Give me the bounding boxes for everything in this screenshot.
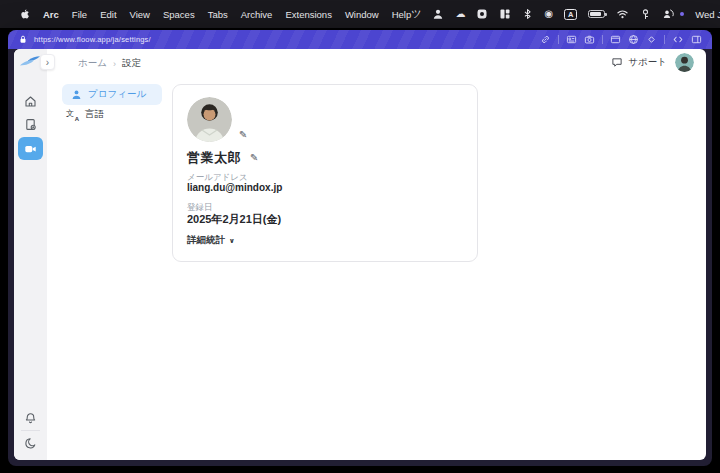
person-icon <box>71 89 82 100</box>
lock-icon <box>18 34 28 45</box>
url-text[interactable]: https://www.floow.app/ja/settings/ <box>34 35 151 44</box>
toolbar-separator <box>602 35 603 44</box>
settings-nav-profile[interactable]: プロフィール <box>62 84 162 105</box>
edit-name-icon[interactable]: ✎ <box>250 153 258 163</box>
app-icon-rail <box>14 49 47 460</box>
boost-icon[interactable] <box>646 34 657 45</box>
support-button[interactable]: サポート <box>611 56 667 69</box>
share-link-icon[interactable] <box>540 34 551 45</box>
bluetooth-icon[interactable] <box>522 7 533 21</box>
chat-bubble-icon <box>611 57 623 68</box>
screen: Arc File Edit View Spaces Tabs Archive E… <box>0 0 720 473</box>
wifi-icon[interactable] <box>616 7 629 21</box>
ime-katakana-icon[interactable]: ツ <box>411 7 421 21</box>
web-content: › ホーム › 設定 サポート <box>14 49 706 460</box>
menu-bar-clock[interactable]: Wed Jun 18 10:27:34 <box>695 9 720 20</box>
breadcrumb-separator-icon: › <box>113 59 116 69</box>
photos-icon[interactable] <box>476 7 488 21</box>
video-nav-active[interactable] <box>18 137 43 160</box>
menu-app-name[interactable]: Arc <box>43 9 59 20</box>
email-value: liang.du@mindox.jp <box>187 182 282 193</box>
url-bar[interactable]: https://www.floow.app/ja/settings/ <box>8 30 712 49</box>
chevron-down-icon: ∨ <box>229 237 235 245</box>
globe-icon[interactable] <box>628 34 639 45</box>
menu-window[interactable]: Window <box>345 9 379 20</box>
profile-name: 営業太郎 <box>187 149 241 167</box>
macos-menu-bar: Arc File Edit View Spaces Tabs Archive E… <box>0 0 720 28</box>
profile-card: ✎ 営業太郎 ✎ メールアドレス liang.du@mindox.jp 登録日 … <box>172 84 478 262</box>
details-stats-toggle[interactable]: 詳細統計 ∨ <box>187 234 235 247</box>
apple-logo-icon[interactable] <box>18 7 30 21</box>
toolbar-separator <box>664 35 665 44</box>
support-label: サポート <box>628 56 667 69</box>
cloud-icon[interactable]: ☁ <box>455 7 465 21</box>
menu-help[interactable]: Help <box>392 9 412 20</box>
menu-tabs[interactable]: Tabs <box>208 9 228 20</box>
contact-card-icon[interactable] <box>566 34 577 45</box>
floow-logo[interactable] <box>19 54 41 69</box>
dark-mode-moon-icon[interactable] <box>24 437 37 450</box>
notification-dot <box>680 12 684 16</box>
user-avatar[interactable] <box>675 53 694 72</box>
toolbar-separator <box>558 35 559 44</box>
key-icon[interactable] <box>640 7 651 21</box>
window-manager-icon[interactable] <box>499 7 511 21</box>
registered-date-value: 2025年2月21日(金) <box>187 212 281 227</box>
home-icon[interactable] <box>24 95 37 108</box>
browser-window: https://www.floow.app/ja/settings/ <box>8 30 712 466</box>
menu-edit[interactable]: Edit <box>100 9 116 20</box>
profile-photo[interactable] <box>187 97 232 142</box>
breadcrumb: ホーム › 設定 <box>78 57 141 70</box>
sidebar-toggle-button[interactable]: › <box>40 54 55 70</box>
translate-icon: 文 A <box>66 109 78 121</box>
menu-spaces[interactable]: Spaces <box>163 9 195 20</box>
breadcrumb-current: 設定 <box>122 57 141 70</box>
chevron-right-icon: › <box>46 57 49 68</box>
language-nav-label: 言語 <box>85 108 104 121</box>
menu-archive[interactable]: Archive <box>241 9 273 20</box>
battery-icon[interactable] <box>588 10 605 19</box>
menu-file[interactable]: File <box>72 9 87 20</box>
camera-icon[interactable] <box>584 34 595 45</box>
user-status-icon[interactable] <box>432 7 444 21</box>
settings-nav-language[interactable]: 文 A 言語 <box>66 108 104 121</box>
input-source-icon[interactable]: A <box>564 9 577 20</box>
code-icon[interactable] <box>672 34 684 45</box>
user-switch-icon[interactable] <box>662 7 675 21</box>
video-camera-icon <box>24 143 37 155</box>
details-stats-label: 詳細統計 <box>187 234 225 247</box>
document-icon[interactable] <box>24 118 37 131</box>
bell-icon[interactable] <box>24 412 37 425</box>
profile-nav-label: プロフィール <box>88 88 146 101</box>
tab-icon[interactable] <box>610 34 621 45</box>
rail-divider <box>21 430 40 431</box>
edit-photo-icon[interactable]: ✎ <box>239 130 247 140</box>
breadcrumb-home[interactable]: ホーム <box>78 57 107 70</box>
menu-view[interactable]: View <box>130 9 150 20</box>
menu-extensions[interactable]: Extensions <box>285 9 331 20</box>
sidebar-icon[interactable] <box>691 34 702 45</box>
screen-record-icon[interactable]: ◉ <box>544 7 553 21</box>
